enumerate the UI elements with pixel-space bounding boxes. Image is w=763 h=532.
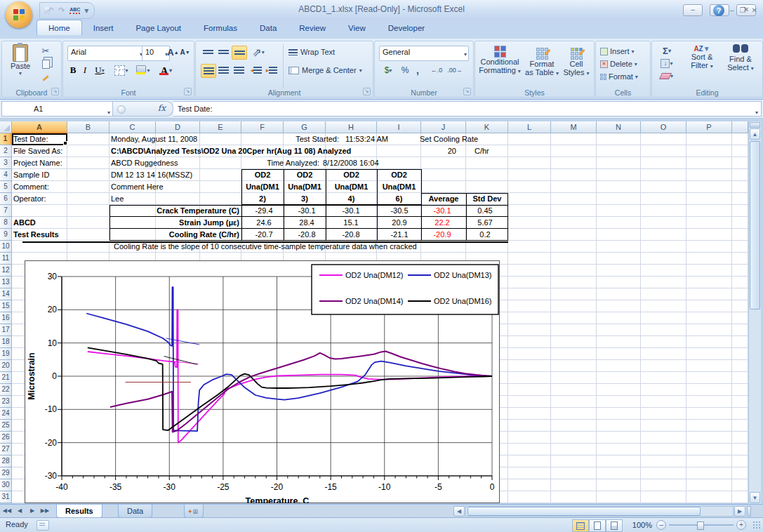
percent-button[interactable]: %: [399, 64, 411, 77]
row-header-4[interactable]: 4: [0, 169, 12, 181]
autosum-button[interactable]: Σ▾: [656, 45, 677, 56]
cell-r10[interactable]: Cooling Rate is the slope of 10 consecut…: [114, 241, 417, 253]
row-header-31[interactable]: 31: [0, 491, 12, 503]
font-dialog-launcher[interactable]: ↘: [184, 88, 192, 95]
scroll-left-icon[interactable]: ◀: [453, 506, 465, 517]
row-header-1[interactable]: 1: [0, 133, 12, 145]
borders-button[interactable]: ▾: [112, 64, 131, 77]
cell-r9[interactable]: -20.9: [433, 229, 451, 241]
font-name-combo[interactable]: Arial▾: [67, 46, 145, 61]
row-header-9[interactable]: 9: [0, 229, 12, 241]
scroll-right-icon[interactable]: ▶: [734, 506, 745, 517]
tab-data[interactable]: Data: [248, 20, 288, 35]
sheet-grid[interactable]: 1234567891011121314151617181920212223242…: [0, 133, 748, 503]
cell-r9[interactable]: -20.8: [298, 229, 315, 241]
comma-button[interactable]: ,: [413, 64, 423, 77]
row-header-20[interactable]: 20: [0, 360, 12, 372]
name-box[interactable]: A1▾: [1, 101, 113, 117]
column-header-G[interactable]: G: [284, 121, 326, 133]
format-as-table-button[interactable]: Formatas Table ▾: [524, 44, 559, 77]
cell-r1[interactable]: Test Started:: [296, 133, 339, 145]
column-header-A[interactable]: A: [12, 121, 67, 133]
workbook-minimize-button[interactable]: –: [730, 6, 734, 15]
row-header-18[interactable]: 18: [0, 336, 12, 348]
decrease-decimal-button[interactable]: .00→: [446, 64, 463, 77]
normal-view-button[interactable]: [572, 519, 589, 532]
last-sheet-icon[interactable]: ▶▶: [39, 506, 51, 516]
italic-button[interactable]: I: [80, 64, 90, 77]
cell-r3[interactable]: ABCD Ruggedness: [111, 157, 178, 169]
cell-r1[interactable]: Monday, August 11, 2008: [111, 133, 197, 145]
clipboard-dialog-launcher[interactable]: ↘: [51, 88, 59, 95]
page-layout-view-button[interactable]: [589, 519, 606, 532]
alignment-dialog-launcher[interactable]: ↘: [363, 88, 371, 95]
row-header-23[interactable]: 23: [0, 396, 12, 408]
scroll-up-icon[interactable]: ▲: [750, 128, 760, 140]
column-header-J[interactable]: J: [421, 121, 466, 133]
next-sheet-icon[interactable]: ▶: [27, 506, 38, 516]
bold-button[interactable]: B: [67, 64, 79, 77]
sheet-tab-results[interactable]: Results: [56, 505, 102, 518]
help-icon[interactable]: ?: [713, 5, 724, 16]
sort-filter-button[interactable]: AZ▼ Sort &Filter ▾: [683, 44, 721, 69]
expand-formula-bar-icon[interactable]: ▾: [755, 106, 758, 120]
cell-r2[interactable]: File Saved As:: [13, 145, 62, 157]
horizontal-scrollbar[interactable]: ◀ ▶: [453, 506, 751, 517]
zoom-slider[interactable]: – +: [656, 520, 746, 530]
column-header-C[interactable]: C: [110, 121, 156, 133]
decrease-indent-icon[interactable]: ◂: [249, 64, 263, 77]
increase-decimal-button[interactable]: ←.0: [428, 64, 445, 77]
cell-r7[interactable]: -30.5: [390, 205, 408, 217]
row-header-5[interactable]: 5: [0, 181, 12, 193]
cell-r3[interactable]: Time Analyzed:: [267, 157, 319, 169]
fx-icon[interactable]: fx: [158, 103, 166, 113]
format-cells-button[interactable]: Format▾: [600, 71, 646, 82]
insert-function-area[interactable]: fx: [113, 101, 173, 117]
column-header-L[interactable]: L: [508, 121, 551, 133]
orientation-icon[interactable]: ⇗▾: [249, 46, 267, 58]
row-header-2[interactable]: 2: [0, 145, 12, 157]
cell-r1[interactable]: 11:53:24 AM: [345, 133, 388, 145]
tab-view[interactable]: View: [337, 20, 377, 35]
cell-r9[interactable]: 0.2: [479, 229, 490, 241]
cell-r8[interactable]: 28.4: [299, 217, 314, 229]
tab-formulas[interactable]: Formulas: [192, 20, 248, 35]
row-header-24[interactable]: 24: [0, 408, 12, 420]
embedded-chart[interactable]: 3020100-10-20-30-40-35-30-25-20-15-10-50…: [25, 260, 500, 503]
column-header-F[interactable]: F: [241, 121, 284, 133]
format-painter-icon[interactable]: [39, 72, 53, 84]
cell-r7[interactable]: -30.1: [298, 205, 315, 217]
cell-styles-button[interactable]: CellStyles ▾: [561, 44, 592, 77]
row-header-25[interactable]: 25: [0, 420, 12, 432]
select-all-corner[interactable]: [0, 121, 12, 133]
scroll-down-icon[interactable]: ▼: [750, 492, 760, 503]
cell-r9[interactable]: -21.1: [390, 229, 408, 241]
row-header-12[interactable]: 12: [0, 265, 12, 277]
increase-indent-icon[interactable]: ▸: [265, 64, 279, 77]
row-header-28[interactable]: 28: [0, 455, 12, 467]
column-header-K[interactable]: K: [466, 121, 508, 133]
align-middle-icon[interactable]: [216, 46, 230, 58]
formula-content[interactable]: Test Date:▾: [173, 101, 762, 117]
cell-r5[interactable]: Comment:: [13, 181, 49, 193]
cell-r8[interactable]: 20.9: [392, 217, 406, 229]
align-right-icon[interactable]: [232, 64, 246, 77]
vertical-scrollbar[interactable]: ▲ ▼: [748, 121, 761, 504]
cut-icon[interactable]: ✂: [39, 45, 53, 56]
find-select-button[interactable]: Find &Select ▾: [722, 44, 759, 72]
shrink-font-icon[interactable]: A▼: [180, 46, 190, 58]
column-header-partial[interactable]: [732, 121, 748, 133]
cell-r6[interactable]: Operator:: [13, 193, 46, 205]
office-button[interactable]: [6, 1, 32, 28]
row-header-6[interactable]: 6: [0, 193, 12, 205]
prev-sheet-icon[interactable]: ◀: [14, 506, 25, 516]
cell-r9[interactable]: -20.7: [255, 229, 272, 241]
zoom-thumb[interactable]: [697, 521, 704, 530]
cell-r4[interactable]: Sample ID: [13, 169, 49, 181]
cell-r9[interactable]: -20.8: [342, 229, 359, 241]
number-format-combo[interactable]: General▾: [379, 46, 469, 61]
cell-r2[interactable]: C:\ABCD\Analyzed Tests\OD2 Una 20Cper hr…: [111, 145, 351, 157]
fill-color-button[interactable]: ▾: [133, 64, 153, 77]
tab-home[interactable]: Home: [37, 20, 82, 35]
cell-r8[interactable]: 15.1: [343, 217, 358, 229]
